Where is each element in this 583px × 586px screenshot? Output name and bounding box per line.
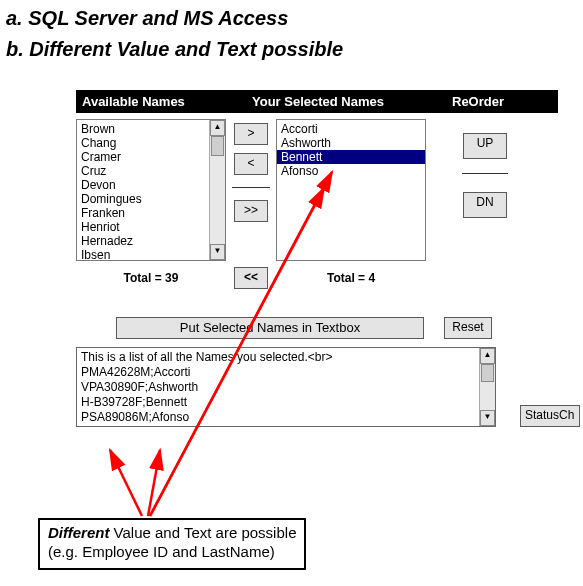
selected-listbox[interactable]: AccortiAshworthBennettAfonso [276, 119, 426, 261]
scroll-up-icon[interactable]: ▲ [480, 348, 495, 364]
list-item[interactable]: Bennett [277, 150, 425, 164]
available-listbox[interactable]: BrownChangCramerCruzDevonDominguesFranke… [76, 119, 226, 261]
output-text: This is a list of all the Names you sele… [77, 348, 479, 426]
header-selected: Your Selected Names [252, 94, 452, 109]
list-item[interactable]: Hernadez [77, 234, 209, 248]
list-item[interactable]: Franken [77, 206, 209, 220]
move-all-left-button[interactable]: << [234, 267, 268, 289]
totals-row: Total = 39 << Total = 4 [76, 267, 570, 289]
move-left-button[interactable]: < [234, 153, 268, 175]
list-item[interactable]: Accorti [277, 122, 425, 136]
selected-total: Total = 4 [276, 271, 426, 285]
annotation-emph: Different [48, 524, 109, 541]
annotation-callout: Different Value and Text are possible (e… [38, 518, 306, 570]
output-textbox[interactable]: This is a list of all the Names you sele… [76, 347, 496, 427]
status-check-button[interactable]: StatusCh [520, 405, 580, 427]
action-row: Put Selected Names in Textbox Reset [76, 317, 570, 339]
svg-line-3 [148, 450, 160, 516]
header-available: Available Names [82, 94, 252, 109]
put-in-textbox-button[interactable]: Put Selected Names in Textbox [116, 317, 424, 339]
dn-button[interactable]: DN [463, 192, 507, 218]
list-item[interactable]: Domingues [77, 192, 209, 206]
list-item[interactable]: Chang [77, 136, 209, 150]
divider [232, 187, 270, 188]
available-total: Total = 39 [76, 271, 226, 285]
list-item[interactable]: Ibsen [77, 248, 209, 260]
svg-line-2 [110, 450, 142, 516]
list-item[interactable]: Afonso [277, 164, 425, 178]
transfer-buttons: > < >> [226, 119, 276, 222]
list-item[interactable]: Henriot [77, 220, 209, 234]
list-item[interactable]: Devon [77, 178, 209, 192]
reset-button[interactable]: Reset [444, 317, 492, 339]
output-scrollbar[interactable]: ▲ ▼ [479, 348, 495, 426]
scroll-down-icon[interactable]: ▼ [210, 244, 225, 260]
annotation-text2: (e.g. Employee ID and LastName) [48, 543, 275, 560]
scroll-down-icon[interactable]: ▼ [480, 410, 495, 426]
list-item[interactable]: Brown [77, 122, 209, 136]
move-right-button[interactable]: > [234, 123, 268, 145]
list-item[interactable]: Cruz [77, 164, 209, 178]
move-all-right-button[interactable]: >> [234, 200, 268, 222]
header-reorder: ReOrder [452, 94, 552, 109]
available-scrollbar[interactable]: ▲ ▼ [209, 120, 225, 260]
scroll-thumb[interactable] [481, 364, 494, 382]
heading-b: b. Different Value and Text possible [6, 37, 583, 62]
scroll-up-icon[interactable]: ▲ [210, 120, 225, 136]
heading-a: a. SQL Server and MS Access [6, 6, 583, 31]
annotation-text1: Value and Text are possible [109, 524, 296, 541]
column-headers: Available Names Your Selected Names ReOr… [76, 90, 558, 113]
output-row: This is a list of all the Names you sele… [76, 347, 570, 427]
up-button[interactable]: UP [463, 133, 507, 159]
list-item[interactable]: Ashworth [277, 136, 425, 150]
scroll-thumb[interactable] [211, 136, 224, 156]
divider [462, 173, 508, 174]
list-item[interactable]: Cramer [77, 150, 209, 164]
dual-list-panel: Available Names Your Selected Names ReOr… [76, 90, 570, 427]
reorder-buttons: UP DN [450, 119, 520, 218]
